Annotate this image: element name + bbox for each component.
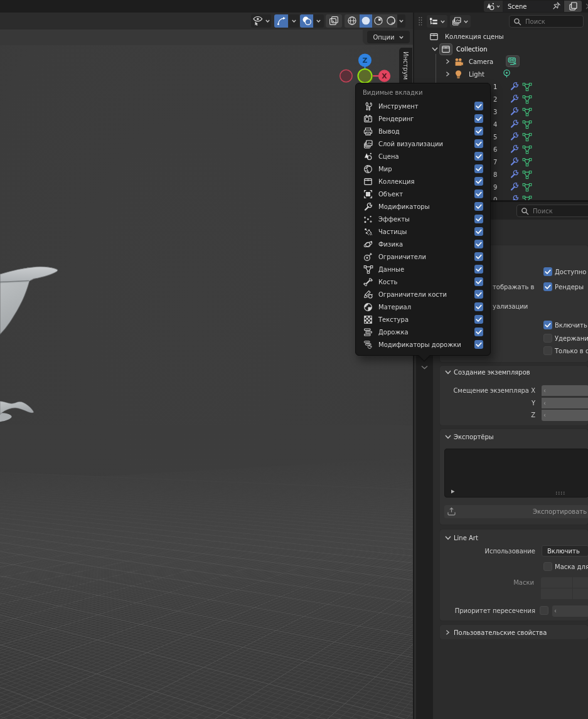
menu-item-modifiers[interactable]: Модификаторы <box>356 200 490 213</box>
object-visibility-button[interactable] <box>251 14 264 28</box>
menu-item-track[interactable]: Дорожка <box>356 326 490 338</box>
menu-item-data[interactable]: Данные <box>356 263 490 275</box>
outliner-search-input[interactable]: Поиск <box>509 15 584 28</box>
light-data-icon[interactable] <box>502 69 511 78</box>
checkbox-checked[interactable] <box>543 321 552 329</box>
modifier-wrench-icon[interactable] <box>510 182 520 192</box>
unlink-scene-button[interactable] <box>582 1 588 12</box>
checkbox-checked[interactable] <box>543 267 552 276</box>
menu-item-render[interactable]: Рендеринг <box>356 112 490 125</box>
object-visibility-dropdown[interactable] <box>264 14 271 28</box>
xray-toggle[interactable] <box>326 14 342 28</box>
shading-dropdown[interactable] <box>397 14 405 28</box>
checkbox-checked[interactable] <box>474 227 483 236</box>
mesh-data-icon[interactable] <box>522 120 532 129</box>
outliner-row[interactable]: Light <box>414 68 588 80</box>
menu-item-output[interactable]: Вывод <box>356 125 490 137</box>
viewport-3d[interactable]: Опции Инструм Z X <box>0 13 413 719</box>
expander-right-icon[interactable] <box>444 71 451 77</box>
checkbox-checked[interactable] <box>474 127 483 136</box>
menu-item-scene[interactable]: Сцена <box>356 150 490 162</box>
display-mode-dropdown[interactable] <box>450 15 471 28</box>
mesh-data-icon[interactable] <box>522 183 532 192</box>
expander-down-icon[interactable] <box>444 535 452 541</box>
shading-rendered-button[interactable] <box>385 14 397 28</box>
options-dropdown[interactable]: Опции <box>367 31 410 43</box>
checkbox-unchecked[interactable] <box>543 346 552 355</box>
scene-name-field[interactable]: Scene <box>503 1 564 12</box>
instance-offset-y-field[interactable]: ‹ <box>542 398 588 409</box>
mesh-data-icon[interactable] <box>522 195 532 200</box>
menu-item-particles[interactable]: Частицы <box>356 225 490 238</box>
menu-item-viewlayer[interactable]: Слой визуализации <box>356 137 490 150</box>
export-all-button[interactable]: Экспортировать <box>444 505 588 518</box>
header-grip-dots[interactable] <box>418 16 423 26</box>
expander-down-icon[interactable] <box>444 369 452 375</box>
checkbox-checked[interactable] <box>474 152 483 161</box>
checkbox-checked[interactable] <box>474 177 483 186</box>
mesh-data-icon[interactable] <box>522 157 532 167</box>
checkbox-checked[interactable] <box>474 290 483 299</box>
shading-material-button[interactable] <box>372 14 385 28</box>
menu-item-object[interactable]: Объект <box>356 188 490 200</box>
priority-field[interactable]: ‹ <box>552 605 588 617</box>
gizmos-dropdown[interactable] <box>289 14 299 28</box>
mesh-data-icon[interactable] <box>522 132 532 142</box>
line-art-title[interactable]: Line Art <box>454 535 478 541</box>
modifier-wrench-icon[interactable] <box>510 194 520 200</box>
menu-item-texture[interactable]: Текстура <box>356 313 490 326</box>
outliner-row[interactable]: Коллекция сцены <box>414 30 588 43</box>
menu-item-track-modifiers[interactable]: Модификаторы дорожки <box>356 338 490 351</box>
checkbox-checked[interactable] <box>474 240 483 248</box>
mesh-data-icon[interactable] <box>522 170 532 179</box>
modifier-wrench-icon[interactable] <box>510 157 520 167</box>
outliner-row[interactable]: Collection <box>414 43 588 55</box>
modifier-wrench-icon[interactable] <box>510 132 520 142</box>
checkbox-unchecked[interactable] <box>543 334 552 343</box>
shading-wireframe-button[interactable] <box>345 14 360 28</box>
modifier-wrench-icon[interactable] <box>510 144 520 154</box>
menu-item-effects[interactable]: Эффекты <box>356 213 490 225</box>
checkbox-checked[interactable] <box>474 114 483 123</box>
instance-offset-z-field[interactable]: ‹ <box>542 410 588 421</box>
checkbox-checked[interactable] <box>543 282 552 291</box>
mesh-data-icon[interactable] <box>522 82 532 92</box>
checkbox-checked[interactable] <box>474 102 483 110</box>
new-scene-button[interactable] <box>564 1 582 12</box>
instancing-title[interactable]: Создание экземпляров <box>454 369 530 376</box>
checkbox-checked[interactable] <box>474 340 483 349</box>
mesh-data-icon[interactable] <box>522 95 532 104</box>
list-filter-expand-icon[interactable] <box>450 489 456 494</box>
expander-right-icon[interactable] <box>444 58 451 65</box>
modifier-wrench-icon[interactable] <box>510 107 520 117</box>
checkbox-checked[interactable] <box>474 202 483 211</box>
properties-search-input[interactable]: Поиск <box>516 205 588 217</box>
expander-right-icon[interactable] <box>444 629 451 636</box>
show-overlays-toggle[interactable] <box>300 14 313 28</box>
checkbox-checked[interactable] <box>474 265 483 274</box>
checkbox-checked[interactable] <box>474 139 483 148</box>
menu-item-material[interactable]: Материал <box>356 301 490 313</box>
menu-item-bone-constraints[interactable]: Ограничители кости <box>356 288 490 301</box>
priority-checkbox-unchecked[interactable] <box>540 606 548 615</box>
tabs-scroll-chevron-icon[interactable] <box>420 365 429 370</box>
pin-icon[interactable] <box>552 1 561 10</box>
menu-item-physics[interactable]: Физика <box>356 238 490 250</box>
expander-down-icon[interactable] <box>444 434 452 440</box>
modifier-wrench-icon[interactable] <box>510 169 520 179</box>
modifier-wrench-icon[interactable] <box>510 82 520 92</box>
overlays-dropdown[interactable] <box>314 14 324 28</box>
checkbox-checked[interactable] <box>474 302 483 311</box>
shading-solid-button[interactable] <box>360 14 373 28</box>
checkbox-checked[interactable] <box>474 277 483 286</box>
list-resize-grip[interactable] <box>555 491 565 495</box>
outliner-row[interactable]: Camera <box>414 55 588 68</box>
modifier-wrench-icon[interactable] <box>510 94 520 104</box>
menu-item-collection[interactable]: Коллекция <box>356 175 490 188</box>
checkbox-checked[interactable] <box>474 215 483 223</box>
checkbox-checked[interactable] <box>474 189 483 198</box>
checkbox-checked[interactable] <box>474 252 483 261</box>
modifier-wrench-icon[interactable] <box>510 119 520 129</box>
mesh-data-icon[interactable] <box>522 145 532 154</box>
menu-item-tool[interactable]: Инструмент <box>356 100 490 112</box>
